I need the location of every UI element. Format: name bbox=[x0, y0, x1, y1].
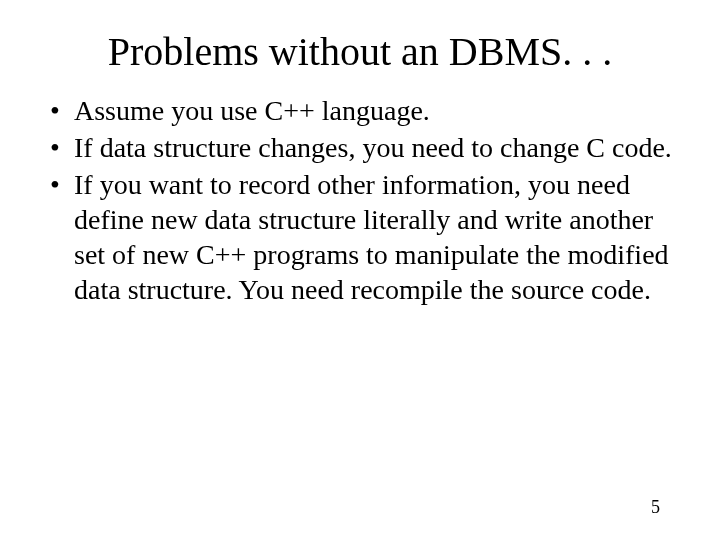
page-number: 5 bbox=[651, 497, 660, 518]
list-item: If data structure changes, you need to c… bbox=[50, 130, 680, 165]
list-item: Assume you use C++ language. bbox=[50, 93, 680, 128]
slide-title: Problems without an DBMS. . . bbox=[40, 28, 680, 75]
bullet-list: Assume you use C++ language. If data str… bbox=[50, 93, 680, 307]
list-item: If you want to record other information,… bbox=[50, 167, 680, 307]
slide: Problems without an DBMS. . . Assume you… bbox=[0, 0, 720, 540]
